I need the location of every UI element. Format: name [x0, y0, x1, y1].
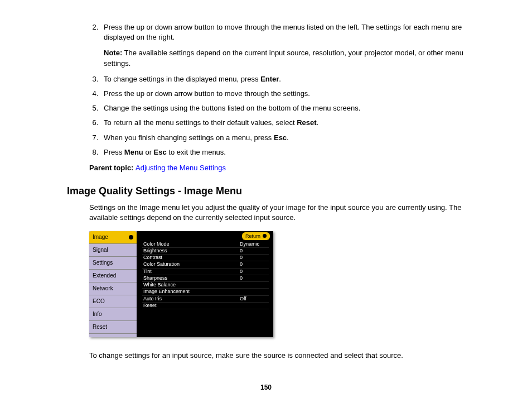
menu-row[interactable]: Contrast0	[142, 255, 269, 261]
step-6: To return all the menu settings to their…	[100, 118, 476, 128]
menu-tab-info[interactable]: Info	[89, 308, 137, 321]
menu-row-label: Auto Iris	[143, 296, 162, 302]
menu-row-value: 0	[240, 275, 268, 281]
menu-row[interactable]: Brightness0	[142, 248, 269, 255]
menu-row-value: 0	[240, 255, 268, 261]
menu-row-value: Dynamic	[240, 241, 268, 247]
menu-row-label: Image Enhancement	[143, 289, 190, 295]
menu-tab-label: Settings	[93, 259, 113, 267]
return-label: Return	[245, 233, 260, 240]
menu-row-label: White Balance	[143, 282, 176, 288]
step-3: To change settings in the displayed menu…	[100, 74, 476, 84]
menu-row-label: Color Mode	[143, 241, 170, 247]
step-8: Press Menu or Esc to exit the menus.	[100, 147, 476, 157]
parent-topic-link[interactable]: Adjusting the Menu Settings	[136, 164, 226, 172]
menu-tab-label: Image	[93, 233, 108, 241]
menu-tab-settings[interactable]: Settings	[89, 257, 137, 270]
menu-left-tabs: Image Signal Settings Extended Network E…	[89, 231, 137, 337]
step-8-a: Press	[104, 148, 124, 156]
step-2-text: Press the up or down arrow button to mov…	[104, 23, 462, 41]
menu-tab-image[interactable]: Image	[89, 231, 137, 244]
menu-tab-signal[interactable]: Signal	[89, 244, 137, 257]
step-5: Change the settings using the buttons li…	[100, 103, 476, 113]
instruction-list: Press the up or down arrow button to mov…	[89, 22, 476, 157]
menu-row-value	[240, 289, 268, 295]
menu-tab-network[interactable]: Network	[89, 282, 137, 295]
menu-items: Color ModeDynamic Brightness0 Contrast0 …	[142, 241, 269, 310]
menu-tab-label: Network	[93, 285, 113, 293]
menu-row[interactable]: Image Enhancement	[142, 289, 269, 295]
step-3-enter: Enter	[260, 75, 279, 83]
step-4: Press the up or down arrow button to mov…	[100, 89, 476, 99]
menu-row[interactable]: White Balance	[142, 282, 269, 289]
menu-right-panel: Return Color ModeDynamic Brightness0 Con…	[137, 231, 273, 337]
post-paragraph: To change settings for an input source, …	[89, 351, 476, 361]
step-2: Press the up or down arrow button to mov…	[100, 22, 476, 69]
step-6-c: .	[317, 118, 319, 127]
menu-row[interactable]: Tint0	[142, 269, 269, 275]
parent-topic: Parent topic: Adjusting the Menu Setting…	[89, 163, 476, 173]
menu-tab-reset[interactable]: Reset	[89, 321, 137, 334]
menu-tab-eco[interactable]: ECO	[89, 295, 137, 308]
step-3-c: .	[279, 75, 281, 83]
step-6-reset: Reset	[297, 118, 316, 127]
step-3-a: To change settings in the displayed menu…	[104, 75, 260, 83]
menu-row-label: Tint	[143, 269, 152, 275]
return-indicator-icon	[263, 234, 267, 238]
menu-row-value: 0	[240, 261, 268, 267]
step-7-a: When you finish changing settings on a m…	[104, 133, 274, 142]
step-8-c: or	[143, 148, 154, 156]
menu-row-label: Brightness	[143, 248, 167, 254]
menu-row[interactable]: Reset	[142, 303, 269, 309]
menu-tab-label: Extended	[93, 272, 116, 280]
menu-row-value: Off	[240, 296, 268, 302]
menu-row[interactable]: Sharpness0	[142, 275, 269, 282]
menu-row[interactable]: Auto IrisOff	[142, 296, 269, 303]
menu-row-label: Contrast	[143, 255, 162, 261]
parent-topic-label: Parent topic:	[89, 164, 136, 172]
step-7-esc: Esc	[274, 133, 287, 142]
projector-menu-screenshot: Image Signal Settings Extended Network E…	[89, 231, 273, 337]
menu-row-value: 0	[240, 269, 268, 275]
menu-tab-extended[interactable]: Extended	[89, 270, 137, 282]
menu-row-label: Sharpness	[143, 275, 167, 281]
intro-paragraph: Settings on the Image menu let you adjus…	[89, 203, 476, 223]
menu-row-label: Reset	[143, 303, 157, 309]
step-8-esc: Esc	[154, 148, 167, 156]
note-text: The available settings depend on the cur…	[104, 49, 463, 67]
menu-tab-label: Reset	[93, 323, 107, 331]
menu-row-label: Color Saturation	[143, 261, 180, 267]
menu-tab-label: ECO	[93, 298, 105, 305]
menu-row-value	[240, 303, 268, 309]
return-button[interactable]: Return	[242, 232, 270, 241]
section-heading: Image Quality Settings - Image Menu	[67, 184, 499, 198]
menu-row[interactable]: Color ModeDynamic	[142, 241, 269, 248]
menu-tab-label: Signal	[93, 246, 108, 254]
step-8-menu: Menu	[124, 148, 143, 156]
menu-row[interactable]: Color Saturation0	[142, 261, 269, 268]
menu-row-value	[240, 282, 268, 288]
step-8-e: to exit the menus.	[167, 148, 226, 156]
menu-row-value: 0	[240, 248, 268, 254]
menu-tab-label: Info	[93, 310, 102, 318]
note-block: Note: The available settings depend on t…	[104, 48, 476, 68]
step-7-c: .	[287, 133, 289, 142]
page-number: 150	[33, 383, 499, 392]
tab-indicator-icon	[129, 235, 133, 239]
step-6-a: To return all the menu settings to their…	[104, 118, 297, 127]
note-label: Note:	[104, 49, 122, 57]
step-7: When you finish changing settings on a m…	[100, 133, 476, 143]
